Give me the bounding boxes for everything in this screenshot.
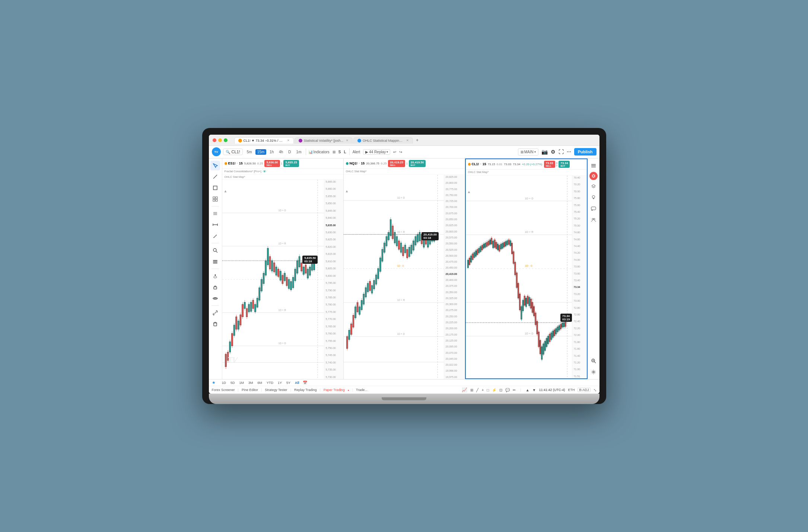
eye-tool[interactable] xyxy=(210,294,220,303)
cl-pa-17: 73.20 xyxy=(574,293,585,295)
chart-tool-pen[interactable]: ✏ xyxy=(513,388,516,392)
period-5d[interactable]: 5D xyxy=(229,381,236,385)
nq-buy-button[interactable]: 20,419.50 BUY xyxy=(409,160,426,167)
measure-tool[interactable] xyxy=(210,220,220,230)
chart-tool-line[interactable]: 📈 xyxy=(462,387,467,392)
period-all[interactable]: All xyxy=(294,381,300,385)
es-indicator-eye[interactable]: 👁 xyxy=(263,170,266,173)
shapes-tool[interactable] xyxy=(210,183,220,193)
chart-tool-square[interactable]: □ xyxy=(487,388,489,392)
watchlist-l-button[interactable]: L xyxy=(344,150,346,154)
cursor-tool[interactable] xyxy=(210,161,220,170)
expand-icon[interactable]: ⤡ xyxy=(594,388,597,392)
chart-tool-diagonal[interactable]: ╱ xyxy=(476,388,478,392)
nq-scroll-up[interactable]: ▲ xyxy=(345,189,349,193)
brush-tool[interactable] xyxy=(210,271,220,281)
tab-close-statistical[interactable]: ✕ xyxy=(346,139,349,142)
tf-5m[interactable]: 5m xyxy=(245,149,254,155)
maximize-button[interactable] xyxy=(224,138,228,142)
line-tool[interactable] xyxy=(210,172,220,182)
right-zoom-icon[interactable] xyxy=(589,356,598,366)
trash-tool[interactable] xyxy=(210,319,220,329)
star-icon[interactable]: ★ xyxy=(212,380,216,385)
cl-chart-body[interactable]: 1D + D 1D + R 1D · 0 1D + R 1D + D xyxy=(466,176,587,378)
chart-settings-tool[interactable] xyxy=(210,257,220,266)
tab-cl1[interactable]: CL1! ▼ 73.34 −0.31% / MA... ✕ xyxy=(234,137,294,144)
publish-button[interactable]: Publish xyxy=(574,148,597,156)
chart-tool-comment[interactable]: 💬 xyxy=(505,388,510,392)
period-5y[interactable]: 5Y xyxy=(285,381,292,385)
replay-button[interactable]: ▶ 44 Replay ▾ xyxy=(363,149,390,155)
right-settings-icon[interactable] xyxy=(589,367,598,377)
forex-screener-link[interactable]: Forex Screener xyxy=(212,388,235,392)
minimize-button[interactable] xyxy=(218,138,222,142)
es-sell-button[interactable]: 5,836.00 SELL xyxy=(264,160,280,167)
settings-icon[interactable]: ⚙ xyxy=(551,149,556,155)
period-6m[interactable]: 6M xyxy=(257,381,264,385)
right-chat-icon[interactable] xyxy=(589,204,598,214)
toolbar-sep-3 xyxy=(211,269,219,269)
link-tool[interactable] xyxy=(210,308,220,318)
close-button[interactable] xyxy=(213,138,216,142)
indicators-button[interactable]: 📊 Indicators xyxy=(308,150,330,154)
es-scroll-up[interactable]: ▲ xyxy=(224,189,228,193)
redo-button[interactable]: ↪ xyxy=(399,150,402,154)
tf-15m[interactable]: 15m xyxy=(255,149,266,155)
cl-pa-12: 74.20 xyxy=(574,251,585,254)
tf-1h[interactable]: 1h xyxy=(268,149,276,155)
replay-trading-link[interactable]: Replay Trading xyxy=(294,388,317,392)
fib-tool[interactable] xyxy=(210,209,220,218)
watchlist-s-button[interactable]: S xyxy=(338,150,341,154)
cl-buy-button[interactable]: 73.34 BUY xyxy=(559,161,570,168)
period-1d[interactable]: 1D xyxy=(221,381,228,385)
es-buy-button[interactable]: 5,835.25 BUY xyxy=(283,160,299,167)
period-1y[interactable]: 1Y xyxy=(277,381,283,385)
alert-button[interactable]: Alert xyxy=(353,150,360,154)
nq-sell-button[interactable]: 20,419.25 SELL xyxy=(388,160,405,167)
chart-tool-rect[interactable]: ⊡ xyxy=(499,388,502,392)
tab-ohlc[interactable]: OHLC Statistical Mapping... ✕ xyxy=(353,137,413,144)
tab-statistical[interactable]: Statistical Volatility* [josh... ✕ xyxy=(295,137,353,144)
tf-d[interactable]: D xyxy=(286,149,293,155)
tab-close-cl1[interactable]: ✕ xyxy=(287,139,290,142)
paper-trading-link[interactable]: Paper Trading xyxy=(324,388,345,392)
period-3m[interactable]: 3M xyxy=(247,381,254,385)
new-tab-button[interactable]: + xyxy=(414,137,421,144)
camera-icon[interactable]: 📷 xyxy=(541,149,548,155)
nq-pa-23: 20,250.00 xyxy=(446,315,463,318)
symbol-search-box[interactable]: 🔍 CL1! xyxy=(223,148,243,155)
chart-tool-cross[interactable]: + xyxy=(481,388,484,392)
pine-editor-link[interactable]: Pine Editor xyxy=(242,388,258,392)
undo-button[interactable]: ↩ xyxy=(393,150,396,154)
chart-tool-bolt[interactable]: ⚡ xyxy=(492,388,496,392)
layout-grid-button[interactable]: ⊞ xyxy=(333,150,335,154)
down-arrow-icon[interactable]: ▼ xyxy=(532,388,536,392)
nq-chart-body[interactable]: 1D + D 1D + R 1D · 0 1D + R 1D + D xyxy=(344,175,465,379)
fullscreen-icon[interactable]: ⛶ xyxy=(559,149,564,155)
layout-button[interactable]: ⊞ MAIN ▾ xyxy=(518,148,538,156)
right-community-icon[interactable] xyxy=(589,215,598,225)
pencil-tool[interactable] xyxy=(210,231,220,241)
trade-link[interactable]: Trade... xyxy=(356,388,368,392)
es-buy-label: BUY xyxy=(285,164,297,166)
period-1m[interactable]: 1M xyxy=(238,381,245,385)
period-ytd[interactable]: YTD xyxy=(265,381,274,385)
tab-close-ohlc[interactable]: ✕ xyxy=(406,139,409,142)
chart-tool-grid[interactable]: ⊞ xyxy=(470,388,473,392)
strategy-tester-link[interactable]: Strategy Tester xyxy=(265,388,287,392)
grid-tool[interactable] xyxy=(210,194,220,204)
up-arrow-icon[interactable]: ▲ xyxy=(526,388,529,392)
tf-1m[interactable]: 1m xyxy=(295,149,303,155)
right-lightbulb-icon[interactable] xyxy=(589,193,598,202)
right-menu-icon[interactable] xyxy=(589,161,598,170)
es-chart-body[interactable]: 1D + D 1D + R 1D · 0 1D + R 1D + D xyxy=(222,180,343,379)
right-alert-icon[interactable] xyxy=(589,172,598,180)
more-icon[interactable]: ⋯ xyxy=(567,149,571,154)
cl-sell-button[interactable]: 73.33 SELL xyxy=(544,161,555,168)
calendar-icon[interactable]: 📅 xyxy=(303,381,307,385)
zoom-tool[interactable] xyxy=(210,246,220,255)
tf-4h[interactable]: 4h xyxy=(277,149,285,155)
right-layers-icon[interactable] xyxy=(589,182,598,191)
cl-scroll-up[interactable]: ▲ xyxy=(467,190,471,194)
lock-tool[interactable] xyxy=(210,282,220,292)
